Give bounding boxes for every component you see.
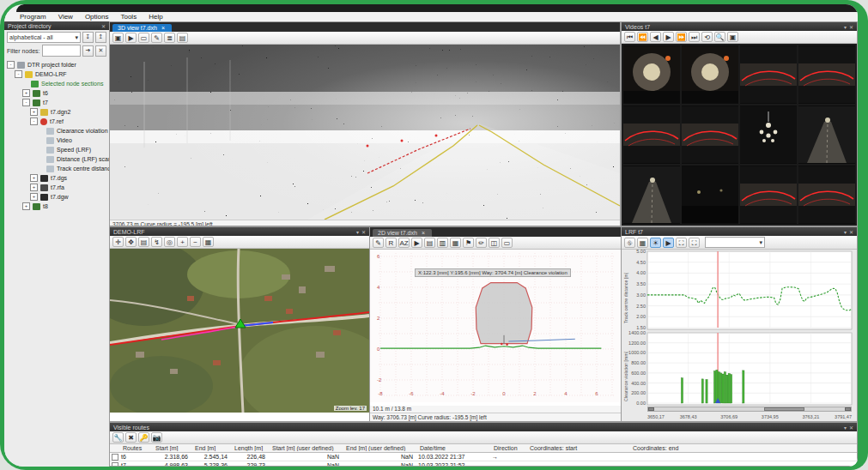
- grid-icon[interactable]: ▭: [501, 238, 513, 248]
- sort-select[interactable]: alphabetical - all▾: [7, 32, 81, 43]
- grid-icon[interactable]: ▤: [177, 33, 188, 43]
- slider-left-handle[interactable]: [648, 407, 654, 411]
- map-view[interactable]: Zoom lev. 17: [110, 249, 369, 413]
- zoom-in-icon[interactable]: +: [177, 237, 188, 247]
- close-icon[interactable]: ✕: [849, 229, 853, 235]
- column-header[interactable]: End [m]: [192, 445, 232, 451]
- tab-2d-view[interactable]: 2D view t7.dxh×: [373, 229, 432, 237]
- flag-icon[interactable]: ⚑: [463, 238, 474, 248]
- sort-asc-button[interactable]: ↧: [82, 32, 94, 43]
- edit-route-icon[interactable]: 🔧: [112, 432, 124, 443]
- menu-item-view[interactable]: View: [58, 13, 73, 21]
- point-cloud-view[interactable]: [110, 45, 620, 220]
- key-icon[interactable]: 🔑: [138, 432, 149, 443]
- close-icon[interactable]: ✕: [849, 425, 853, 431]
- tree-item-t7[interactable]: -t7: [7, 98, 106, 107]
- layers-icon[interactable]: ▤: [138, 237, 149, 247]
- last-frame-icon[interactable]: ⏭: [689, 32, 700, 42]
- menu-item-options[interactable]: Options: [85, 13, 109, 21]
- tree-item-track-centre-distance[interactable]: Track centre distance: [7, 164, 106, 173]
- center-icon[interactable]: ✛: [112, 237, 124, 247]
- cam1-icon[interactable]: ⛶: [676, 238, 687, 248]
- video-thumbnail-2[interactable]: [682, 45, 738, 104]
- column-header[interactable]: Direction: [491, 445, 527, 451]
- column-header[interactable]: Length [m]: [232, 445, 270, 451]
- video-thumbnail-4[interactable]: [798, 45, 855, 104]
- points-icon[interactable]: ☀: [650, 238, 661, 248]
- first-frame-icon[interactable]: ⏮: [624, 32, 635, 42]
- profile2-icon[interactable]: ▥: [437, 238, 448, 248]
- video-thumbnail-3[interactable]: [740, 45, 797, 104]
- table-row-t7[interactable]: t74.998,635.228,36229,73NaNNaN10.03.2022…: [110, 461, 857, 467]
- draw-icon[interactable]: ✎: [373, 238, 384, 248]
- tree-item-clearance-violation[interactable]: Clearance violation: [7, 126, 106, 136]
- tree-item-dtr-project-folder[interactable]: -DTR project folder: [7, 60, 106, 69]
- close-icon[interactable]: ✕: [849, 24, 853, 30]
- apply-filter-button[interactable]: ➔: [82, 45, 94, 57]
- way-range-slider[interactable]: [647, 407, 852, 412]
- video-thumbnail-5[interactable]: [623, 105, 680, 164]
- expander-icon[interactable]: +: [30, 184, 38, 191]
- satellite-icon[interactable]: ▦: [203, 237, 214, 247]
- expander-icon[interactable]: +: [22, 202, 30, 210]
- record-icon[interactable]: ⟲: [701, 32, 713, 42]
- snapshot-icon[interactable]: 📷: [151, 432, 162, 443]
- play-icon[interactable]: ▶: [125, 33, 137, 43]
- route-checkbox[interactable]: [112, 454, 118, 461]
- tree-item-t7-dgw[interactable]: +t7.dgw: [7, 192, 106, 202]
- line-icon[interactable]: ▶: [663, 238, 674, 248]
- pin-icon[interactable]: ▾: [356, 229, 359, 235]
- rect-select-icon[interactable]: ▭: [138, 33, 149, 43]
- slider-thumb[interactable]: [764, 407, 804, 411]
- table-icon[interactable]: ▦: [637, 238, 648, 248]
- tree-item-t8[interactable]: +t8: [7, 202, 106, 211]
- profile1-icon[interactable]: ▤: [424, 238, 435, 248]
- next-fast-icon[interactable]: ⏩: [676, 32, 687, 42]
- close-icon[interactable]: ×: [161, 25, 165, 31]
- expander-icon[interactable]: -: [7, 61, 15, 69]
- column-header[interactable]: Date/time: [417, 445, 491, 451]
- tree-item-demo-lrf[interactable]: -DEMO-LRF: [7, 69, 106, 79]
- rotate-icon[interactable]: R: [385, 238, 397, 248]
- fit-view-icon[interactable]: ▣: [112, 33, 124, 43]
- expander-icon[interactable]: -: [22, 99, 30, 106]
- video-thumbnail-12[interactable]: [798, 166, 855, 224]
- expander-icon[interactable]: -: [15, 70, 22, 78]
- cam2-icon[interactable]: ⛶: [689, 238, 700, 248]
- expander-icon[interactable]: -: [30, 118, 38, 125]
- prev-frame-icon[interactable]: ◀: [650, 32, 661, 42]
- track-centre-distance-chart[interactable]: 5.004.504.003.503.002.502.001.50Track ce…: [622, 250, 857, 331]
- route-checkbox[interactable]: [112, 462, 118, 467]
- play-icon[interactable]: ▶: [411, 238, 422, 248]
- tree-item-selected-node-sections[interactable]: Selected node sections: [7, 79, 106, 88]
- sort-desc-button[interactable]: ↥: [95, 32, 106, 43]
- series-select[interactable]: ▾: [705, 237, 765, 248]
- slider-right-handle[interactable]: [845, 407, 851, 411]
- measure-icon[interactable]: ✎: [151, 33, 162, 43]
- expander-icon[interactable]: +: [30, 174, 38, 182]
- column-header[interactable]: Routes: [120, 445, 153, 451]
- snapshot-icon[interactable]: ▣: [727, 32, 738, 42]
- route-chart-icon[interactable]: ⛗: [624, 238, 635, 248]
- play-icon[interactable]: ▶: [663, 32, 674, 42]
- filter-input[interactable]: [42, 45, 81, 57]
- menu-item-tools[interactable]: Tools: [120, 13, 137, 21]
- zoom-out-icon[interactable]: −: [190, 237, 201, 247]
- column-header[interactable]: Coordinates: end: [630, 445, 733, 451]
- tree-item-t7-dgn2[interactable]: +t7.dgn2: [7, 107, 106, 117]
- pin-icon[interactable]: ▾: [844, 229, 847, 235]
- video-thumbnail-11[interactable]: [740, 166, 797, 224]
- close-icon[interactable]: ×: [422, 230, 425, 236]
- column-header[interactable]: End [m] (user defined): [343, 445, 417, 451]
- video-thumbnail-7[interactable]: [740, 105, 797, 164]
- table-row-t6[interactable]: t62.318,662.545,14226,48NaNNaN10.03.2022…: [110, 453, 857, 461]
- menu-item-help[interactable]: Help: [149, 13, 162, 21]
- tree-item-speed-lrf-[interactable]: Speed (LRF): [7, 145, 106, 154]
- pan-icon[interactable]: ✥: [125, 237, 137, 247]
- clear-filter-button[interactable]: ✕: [95, 45, 106, 57]
- az-icon[interactable]: AZ: [398, 238, 410, 248]
- menu-item-program[interactable]: Program: [20, 13, 46, 21]
- route-icon[interactable]: ↯: [151, 237, 162, 247]
- profile3-icon[interactable]: ▦: [450, 238, 461, 248]
- tree-item-distance-lrf-scanners[interactable]: Distance (LRF) scanners: [7, 154, 106, 164]
